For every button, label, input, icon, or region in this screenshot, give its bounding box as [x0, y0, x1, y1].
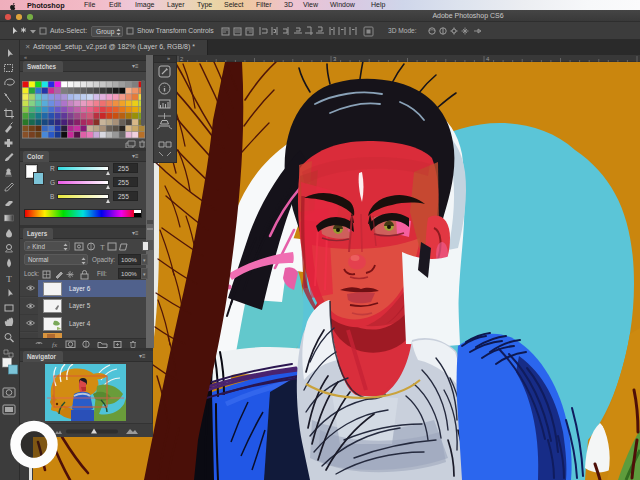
- svg-text:fx: fx: [52, 341, 58, 349]
- svg-text:T: T: [100, 243, 105, 252]
- svg-text:T: T: [6, 274, 12, 284]
